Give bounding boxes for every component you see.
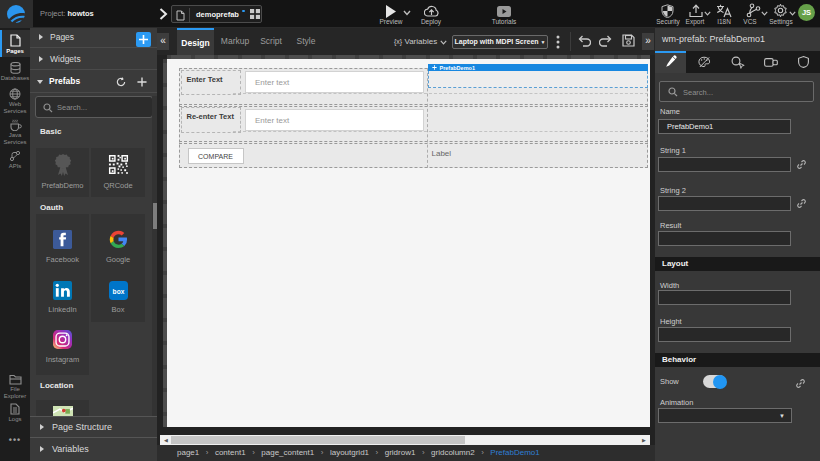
svg-text:box: box — [112, 288, 124, 295]
